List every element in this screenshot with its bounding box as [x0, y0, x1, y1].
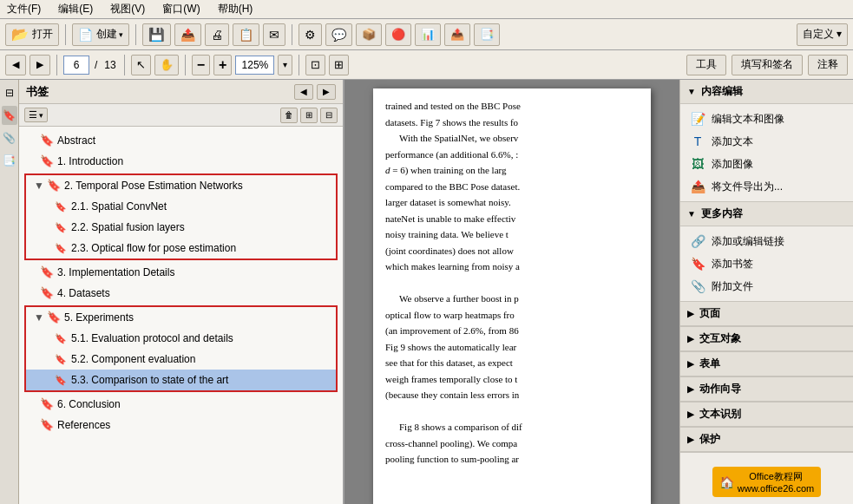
- add-text-item[interactable]: T 添加文本: [686, 130, 848, 153]
- create-button[interactable]: 📄 创建 ▾: [72, 23, 129, 46]
- pdf-line-3: With the SpatialNet, we observ: [385, 131, 639, 146]
- arrow-more-icon: ▼: [687, 209, 696, 219]
- section-pages-header[interactable]: ▶ 页面: [680, 302, 853, 326]
- panel-header-buttons: ◀ ▶: [294, 84, 336, 100]
- fill-sign-button[interactable]: 填写和签名: [732, 55, 803, 75]
- bookmark-intro[interactable]: ▶ 🔖 1. Introduction: [19, 151, 343, 172]
- section-interactive-title: 交互对象: [699, 331, 741, 346]
- bookmark-section3[interactable]: ▶ 🔖 3. Implementation Details: [19, 262, 343, 283]
- save-button[interactable]: 💾: [142, 23, 171, 46]
- menu-help[interactable]: 帮助(H): [218, 2, 253, 16]
- bookmark-section5-2[interactable]: 🔖 5.2. Component evaluation: [26, 349, 336, 370]
- scan-button[interactable]: 📋: [233, 23, 259, 46]
- bookmark-section5-1[interactable]: 🔖 5.1. Evaluation protocol and details: [26, 328, 336, 349]
- zoom-input[interactable]: [235, 56, 274, 75]
- page-number-input[interactable]: [63, 56, 89, 75]
- section-interactive-header[interactable]: ▶ 交互对象: [680, 327, 853, 351]
- section-text-recognition-header[interactable]: ▶ 文本识别: [680, 403, 853, 427]
- watermark-badge: 🏠 Office教程网www.office26.com: [712, 467, 821, 497]
- bookmark-section5-3[interactable]: 🔖 5.3. Comparison to state of the art: [26, 370, 336, 390]
- bookmark-section4[interactable]: ▶ 🔖 4. Datasets: [19, 283, 343, 304]
- panel-view-btn[interactable]: ☰ ▾: [24, 108, 48, 122]
- expand-placeholder: ▶: [26, 134, 38, 147]
- nav-sep-2: [124, 55, 125, 75]
- bookmark-section2-3[interactable]: 🔖 2.3. Optical flow for pose estimation: [26, 238, 336, 259]
- tool7-button[interactable]: 📑: [474, 23, 500, 46]
- add-image-item[interactable]: 🖼 添加图像: [686, 153, 848, 175]
- edit-text-image-item[interactable]: 📝 编辑文本和图像: [686, 108, 848, 130]
- fit-width-button[interactable]: ⊞: [329, 55, 349, 75]
- comment-button[interactable]: 💬: [325, 23, 352, 46]
- select-tool[interactable]: ↖: [131, 55, 151, 75]
- section-protect: ▶ 保护: [680, 428, 853, 453]
- panel-view-icon: ☰: [29, 109, 37, 121]
- bookmark-add-icon: 🔖: [689, 256, 706, 272]
- bookmark-abstract[interactable]: ▶ 🔖 Abstract: [19, 130, 343, 151]
- expand-section2[interactable]: ▼: [33, 180, 45, 192]
- add-bookmark-item[interactable]: 🔖 添加书签: [686, 252, 848, 275]
- bookmark-section2[interactable]: ▼ 🔖 2. Temporal Pose Estimation Networks: [26, 175, 336, 196]
- tool5-button[interactable]: 📊: [415, 23, 441, 46]
- tool4-button[interactable]: 🔴: [385, 23, 411, 46]
- export-file-item[interactable]: 📤 将文件导出为...: [686, 175, 848, 198]
- section-protect-header[interactable]: ▶ 保护: [680, 428, 853, 452]
- open-button[interactable]: 📂 打开: [5, 23, 59, 46]
- tool3-button[interactable]: 📦: [356, 23, 382, 46]
- hand-tool[interactable]: ✋: [154, 55, 179, 75]
- menu-file[interactable]: 文件(F): [7, 2, 41, 16]
- forward-button[interactable]: ▶: [30, 55, 50, 75]
- tools-button[interactable]: 工具: [686, 55, 726, 75]
- pdf-line-13: We observe a further boost in p: [385, 291, 639, 306]
- sidebar-icon-layer[interactable]: 📑: [2, 151, 17, 170]
- section-content-editing-header[interactable]: ▼ 内容编辑: [680, 80, 853, 104]
- share-button[interactable]: 📤: [174, 23, 201, 46]
- pdf-line-18: weigh frames temporally close to t: [385, 372, 639, 387]
- bookmark-ref-label: References: [57, 416, 110, 434]
- comment-panel-button[interactable]: 注释: [808, 55, 848, 75]
- bookmark-s3-label: 3. Implementation Details: [57, 264, 174, 281]
- panel-collapse-all-btn[interactable]: ⊟: [320, 108, 338, 123]
- panel-title: 书签: [26, 84, 49, 100]
- sidebar-icon-bookmark[interactable]: 🔖: [2, 106, 17, 125]
- zoom-out-button[interactable]: −: [192, 55, 210, 75]
- link-icon: 🔗: [689, 233, 706, 249]
- customize-button[interactable]: 自定义 ▾: [797, 23, 848, 46]
- panel-expand-all-btn[interactable]: ⊞: [300, 108, 318, 123]
- sidebar-icon-thumb[interactable]: ⊟: [2, 83, 17, 102]
- group-section2: ▼ 🔖 2. Temporal Pose Estimation Networks…: [24, 173, 338, 260]
- panel-forward-btn[interactable]: ▶: [317, 84, 336, 100]
- menu-edit[interactable]: 编辑(E): [58, 2, 93, 16]
- attach-file-item[interactable]: 📎 附加文件: [686, 275, 848, 298]
- bookmark-section2-2[interactable]: 🔖 2.2. Spatial fusion layers: [26, 217, 336, 238]
- section-more-content-header[interactable]: ▼ 更多内容: [680, 202, 853, 226]
- bookmark-section6[interactable]: ▶ 🔖 6. Conclusion: [19, 394, 343, 415]
- section-action-guide-header[interactable]: ▶ 动作向导: [680, 377, 853, 402]
- panel-delete-btn[interactable]: 🗑: [280, 108, 298, 123]
- bookmark-tree: ▶ 🔖 Abstract ▶ 🔖 1. Introduction ▼ 🔖 2. …: [19, 127, 343, 504]
- bookmark-section2-1[interactable]: 🔖 2.1. Spatial ConvNet: [26, 196, 336, 217]
- settings-button[interactable]: ⚙: [299, 23, 322, 46]
- print-button[interactable]: 🖨: [205, 23, 229, 46]
- email-button[interactable]: ✉: [263, 23, 285, 46]
- tool6-button[interactable]: 📤: [444, 23, 470, 46]
- panel-expand-btn[interactable]: ◀: [294, 84, 313, 100]
- menu-window[interactable]: 窗口(W): [162, 2, 200, 16]
- section-text-recognition: ▶ 文本识别: [680, 403, 853, 428]
- pdf-line-5: d = 6) when training on the larg: [385, 163, 639, 178]
- expand-section5[interactable]: ▼: [33, 311, 45, 324]
- fit-page-button[interactable]: ⊡: [305, 55, 325, 75]
- bookmark-references[interactable]: ▶ 🔖 References: [19, 415, 343, 435]
- bookmark-section5[interactable]: ▼ 🔖 5. Experiments: [26, 307, 336, 328]
- back-button[interactable]: ◀: [5, 55, 26, 75]
- sidebar-icon-attach[interactable]: 📎: [2, 128, 17, 147]
- menu-view[interactable]: 视图(V): [110, 2, 145, 16]
- pdf-line-4: performance (an additional 6.6%, :: [385, 147, 639, 162]
- pdf-line-10: (joint coordinates) does not allow: [385, 244, 639, 259]
- zoom-in-button[interactable]: +: [213, 55, 232, 75]
- page-total: 13: [102, 59, 117, 71]
- add-link-item[interactable]: 🔗 添加或编辑链接: [686, 230, 848, 252]
- section-table-header[interactable]: ▶ 表单: [680, 352, 853, 376]
- add-image-label: 添加图像: [712, 157, 753, 172]
- zoom-arrow[interactable]: ▾: [278, 55, 292, 75]
- bookmark-s52-label: 5.2. Component evaluation: [71, 350, 195, 368]
